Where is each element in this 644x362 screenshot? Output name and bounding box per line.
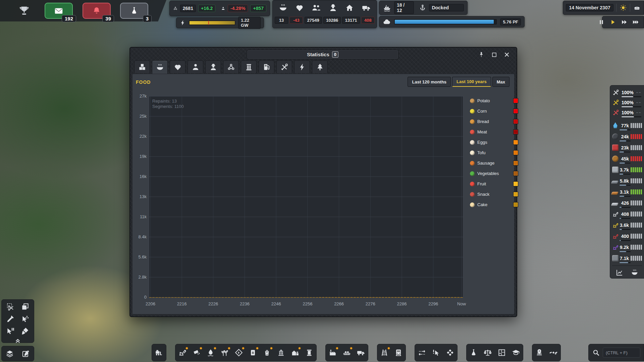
sidebar-resource-metal-sheets[interactable]: 5.8k bbox=[612, 175, 642, 186]
captain-icon[interactable] bbox=[633, 4, 641, 12]
ship-status[interactable]: Docked bbox=[429, 4, 464, 11]
sidebar-maintenance-i[interactable]: 100% bbox=[612, 87, 642, 98]
legend-item-snack[interactable]: Snack bbox=[470, 189, 518, 199]
sidebar-resource-water[interactable]: 77k bbox=[612, 120, 642, 131]
tab-monuments[interactable] bbox=[241, 60, 257, 73]
legend-color-swatch[interactable] bbox=[513, 150, 518, 155]
build-factory[interactable] bbox=[328, 348, 337, 357]
legend-item-cake[interactable]: Cake bbox=[470, 199, 518, 210]
tab-fuel[interactable] bbox=[259, 60, 274, 73]
sidebar-resource-planks[interactable]: 3.1k bbox=[612, 186, 642, 197]
legend-color-swatch[interactable] bbox=[513, 192, 518, 197]
build-rails[interactable] bbox=[380, 348, 389, 357]
fastest-forward-button[interactable] bbox=[632, 19, 639, 25]
build-academy[interactable] bbox=[512, 348, 520, 357]
logistics-truck-icon[interactable] bbox=[362, 3, 371, 12]
maximize-button[interactable] bbox=[490, 51, 498, 59]
collapse-toolbar-button[interactable] bbox=[2, 336, 34, 347]
build-priority-cursor[interactable] bbox=[432, 348, 440, 357]
sidebar-resource-coal[interactable]: 24k bbox=[612, 131, 642, 142]
power-bar[interactable] bbox=[189, 20, 235, 25]
food-bowl-icon[interactable] bbox=[278, 3, 288, 12]
legend-color-swatch[interactable] bbox=[513, 161, 518, 166]
tab-health[interactable] bbox=[170, 60, 185, 73]
build-satellite[interactable] bbox=[549, 348, 558, 357]
sidebar-resource-construction-parts-iv[interactable]: 9.2k bbox=[612, 242, 642, 253]
legend-color-swatch[interactable] bbox=[513, 202, 518, 207]
legend-item-tofu[interactable]: Tofu bbox=[470, 147, 518, 158]
weather-sun-icon[interactable] bbox=[619, 4, 627, 12]
range-button-1[interactable]: Last 100 years bbox=[452, 77, 491, 87]
range-button-0[interactable]: Last 120 months bbox=[408, 77, 451, 87]
tab-maintenance[interactable] bbox=[276, 60, 292, 73]
statistics-title-bar[interactable]: Statistics 0 bbox=[247, 50, 398, 59]
sidebar-resource-steel-sheets[interactable]: 426 bbox=[612, 197, 642, 208]
legend-color-swatch[interactable] bbox=[513, 140, 518, 145]
edit-mode-tool[interactable] bbox=[21, 349, 30, 358]
research-badge[interactable]: 3 bbox=[120, 3, 148, 19]
build-trade-scales[interactable] bbox=[483, 348, 492, 357]
select-unity-tool[interactable] bbox=[21, 314, 30, 323]
range-button-2[interactable]: Max bbox=[492, 77, 509, 87]
cut-selection-tool[interactable] bbox=[6, 302, 15, 311]
tab-cargo[interactable] bbox=[134, 60, 150, 73]
build-dumping[interactable] bbox=[192, 348, 201, 357]
select-pause-tool[interactable] bbox=[6, 326, 15, 335]
sidebar-resource-logs[interactable]: 45k bbox=[612, 153, 642, 164]
tab-power[interactable] bbox=[294, 60, 310, 73]
legend-color-swatch[interactable] bbox=[513, 98, 518, 103]
play-button[interactable] bbox=[609, 19, 616, 25]
sidebar-maintenance-iii[interactable]: 100% bbox=[612, 108, 642, 118]
alert-badge[interactable]: 39 bbox=[83, 3, 111, 19]
sidebar-resource-construction-parts[interactable]: 408 bbox=[612, 208, 642, 220]
sidebar-maintenance-ii[interactable]: 100% bbox=[612, 98, 642, 108]
legend-color-swatch[interactable] bbox=[513, 181, 518, 186]
build-terrain-leveling[interactable] bbox=[418, 348, 426, 357]
build-research-flask[interactable] bbox=[469, 348, 478, 357]
build-storage[interactable] bbox=[291, 348, 300, 357]
legend-item-eggs[interactable]: Eggs bbox=[470, 137, 518, 147]
compute-bar[interactable] bbox=[394, 19, 497, 24]
sidebar-resource-construction-parts-iii[interactable]: 400 bbox=[612, 231, 642, 242]
build-blueprints[interactable] bbox=[497, 348, 506, 357]
legend-color-swatch[interactable] bbox=[513, 129, 518, 134]
legend-item-fruit[interactable]: Fruit bbox=[470, 179, 518, 189]
build-bulldozer[interactable] bbox=[155, 348, 163, 357]
mail-badge[interactable]: 192 bbox=[45, 3, 73, 19]
legend-item-vegetables[interactable]: Vegetables bbox=[470, 168, 518, 179]
search-input[interactable] bbox=[603, 348, 640, 358]
tab-unity[interactable] bbox=[223, 60, 239, 73]
pipette-tool[interactable] bbox=[6, 314, 15, 323]
fast-forward-button[interactable] bbox=[621, 19, 628, 25]
tab-pollution[interactable] bbox=[312, 60, 328, 73]
housing-icon[interactable] bbox=[345, 3, 354, 12]
build-water-pump[interactable] bbox=[206, 348, 215, 357]
build-conveyor[interactable] bbox=[342, 348, 351, 357]
build-excavation[interactable] bbox=[178, 348, 187, 357]
build-oil-barrel[interactable] bbox=[249, 348, 257, 357]
food-shortcut-icon[interactable] bbox=[631, 268, 639, 277]
legend-item-sausage[interactable]: Sausage bbox=[470, 158, 518, 168]
population-icon[interactable] bbox=[312, 3, 321, 12]
workers-icon[interactable] bbox=[328, 3, 338, 12]
sidebar-resource-construction-parts-ii[interactable]: 3.6k bbox=[612, 220, 642, 231]
trophy-icon[interactable] bbox=[18, 5, 30, 16]
build-trucks[interactable] bbox=[357, 348, 365, 357]
tab-food[interactable] bbox=[152, 60, 168, 74]
legend-item-bread[interactable]: Bread bbox=[470, 116, 518, 127]
copy-tool[interactable] bbox=[21, 302, 30, 311]
health-heart-icon[interactable] bbox=[295, 3, 304, 12]
pin-button[interactable] bbox=[477, 51, 486, 59]
pause-button[interactable] bbox=[598, 19, 605, 25]
legend-color-swatch[interactable] bbox=[513, 171, 518, 176]
build-world-map[interactable] bbox=[535, 348, 544, 357]
sidebar-resource-diesel[interactable]: 23k bbox=[612, 142, 642, 153]
build-farming[interactable] bbox=[220, 348, 229, 357]
legend-item-potato[interactable]: Potato bbox=[470, 96, 518, 106]
build-waste-pillar[interactable] bbox=[305, 348, 314, 357]
close-button[interactable] bbox=[502, 51, 511, 59]
build-recycling[interactable] bbox=[263, 348, 271, 357]
legend-item-meat[interactable]: Meat bbox=[470, 127, 518, 137]
tab-citizens[interactable] bbox=[187, 60, 203, 73]
build-train[interactable] bbox=[394, 348, 403, 357]
